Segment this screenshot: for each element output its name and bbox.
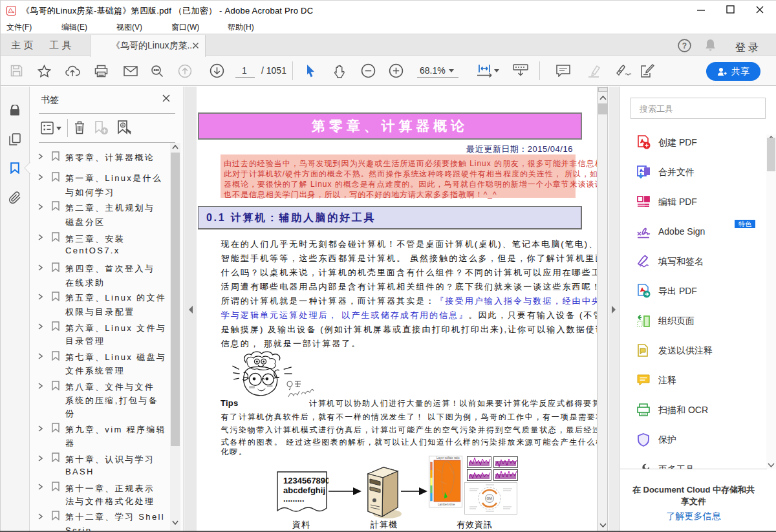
svg-text:?: ? <box>682 41 687 50</box>
svg-text:.........: ......... <box>283 494 305 504</box>
svg-text:Layer sulfate ratio: Layer sulfate ratio <box>436 456 460 460</box>
svg-text:GM: GM <box>487 496 492 500</box>
svg-text:1234567890: 1234567890 <box>283 476 329 485</box>
svg-text:Lambert-time: Lambert-time <box>438 503 455 506</box>
